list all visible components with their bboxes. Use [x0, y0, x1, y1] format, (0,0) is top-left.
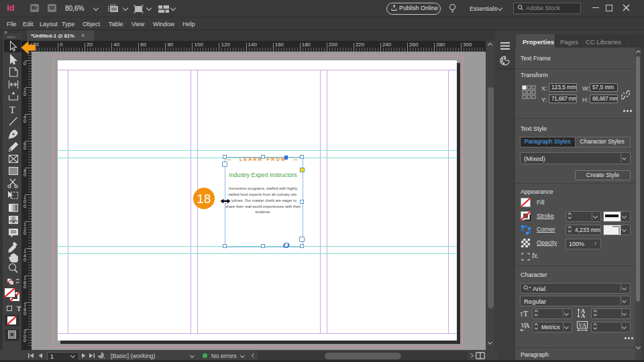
- svg-text:T: T: [9, 105, 15, 115]
- svg-text:A: A: [525, 322, 530, 329]
- svg-text:A: A: [581, 312, 586, 318]
- svg-text:A: A: [582, 322, 587, 328]
- svg-text:T: T: [17, 305, 21, 312]
